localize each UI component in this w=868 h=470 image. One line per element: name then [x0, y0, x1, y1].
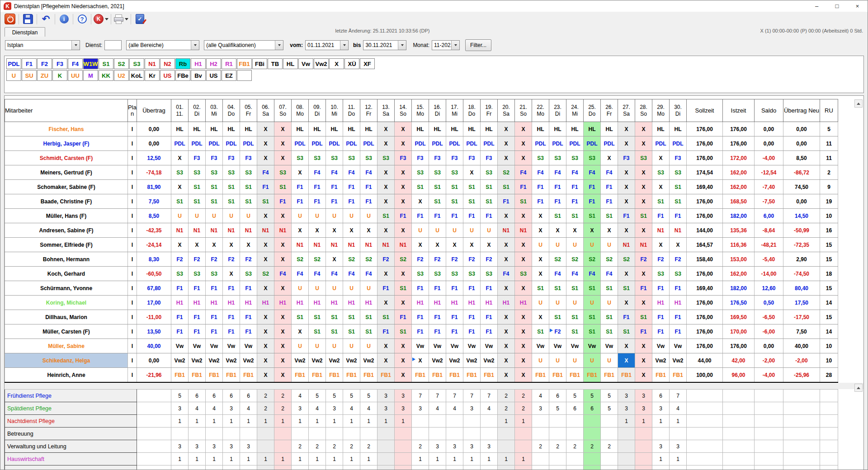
shift-cell[interactable]: U [412, 223, 429, 238]
shift-cell[interactable]: FB1 [171, 368, 189, 383]
shift-cell[interactable]: S1 [566, 324, 584, 339]
shift-cell[interactable]: PDL [309, 136, 326, 151]
shift-cell[interactable]: X [377, 296, 395, 310]
shift-cell[interactable]: S3 [206, 267, 223, 281]
shift-cell[interactable]: F1 [223, 281, 240, 296]
shift-cell[interactable]: U [343, 209, 360, 223]
shift-cell[interactable]: S3 [446, 165, 463, 180]
shift-cell[interactable]: FB1 [360, 368, 377, 383]
shift-cell[interactable]: X [274, 339, 292, 353]
bis-date-select[interactable]: 30.11.2021 [363, 40, 406, 50]
shift-cell[interactable]: X [377, 223, 395, 238]
shift-cell[interactable]: U [549, 238, 566, 252]
legend-code-UU[interactable]: UU [68, 70, 83, 81]
shift-cell[interactable]: N1 [171, 223, 189, 238]
employee-name-cell[interactable]: Meiners, Gertrud (F) [5, 165, 128, 180]
shift-cell[interactable]: F2 [481, 252, 498, 267]
shift-cell[interactable]: F1 [584, 194, 601, 209]
shift-cell[interactable]: F1 [549, 180, 566, 194]
shift-cell[interactable]: F4 [292, 267, 309, 281]
shift-cell[interactable]: F4 [498, 267, 515, 281]
shift-cell[interactable]: F1 [189, 324, 206, 339]
shift-cell[interactable]: X [618, 180, 635, 194]
shift-cell[interactable]: F4 [584, 267, 601, 281]
shift-cell[interactable]: HL [189, 122, 206, 136]
shift-cell[interactable]: PDL [292, 136, 309, 151]
legend-code-F3[interactable]: F3 [52, 58, 67, 69]
shift-cell[interactable]: X [515, 136, 532, 151]
shift-cell[interactable]: X [618, 339, 635, 353]
shift-cell[interactable]: S1 [498, 180, 515, 194]
shift-cell[interactable]: S3 [274, 165, 292, 180]
shift-cell[interactable]: X [498, 324, 515, 339]
shift-cell[interactable]: X [189, 238, 206, 252]
shift-cell[interactable]: PDL [652, 136, 670, 151]
shift-cell[interactable]: S1 [566, 209, 584, 223]
shift-cell[interactable]: X [498, 339, 515, 353]
shift-cell[interactable]: F3 [670, 151, 687, 165]
shift-cell[interactable]: X [377, 353, 395, 368]
shift-cell[interactable]: S1 [429, 180, 446, 194]
shift-cell[interactable]: FB1 [670, 368, 687, 383]
shift-cell[interactable]: F1 [171, 324, 189, 339]
shift-cell[interactable]: Vw [240, 339, 257, 353]
shift-cell[interactable]: F1 [652, 281, 670, 296]
shift-cell[interactable]: FB1 [446, 368, 463, 383]
shift-cell[interactable]: F1 [240, 281, 257, 296]
employee-name-cell[interactable]: Fischer, Hans [5, 122, 128, 136]
shift-cell[interactable]: X [412, 238, 429, 252]
day-header-09.[interactable]: 09.Di [309, 99, 326, 122]
shift-cell[interactable]: F4 [326, 165, 343, 180]
shift-cell[interactable]: F4 [274, 267, 292, 281]
shift-cell[interactable]: X [395, 122, 412, 136]
shift-cell[interactable]: Vw2 [206, 353, 223, 368]
legend-code-HL[interactable]: HL [283, 58, 298, 69]
shift-cell[interactable]: FB1 [463, 368, 481, 383]
shift-cell[interactable]: N1 [326, 238, 343, 252]
shift-cell[interactable]: S3 [481, 267, 498, 281]
employee-name-cell[interactable]: Bohnen, Hermann [5, 252, 128, 267]
legend-code-F1[interactable]: F1 [22, 58, 37, 69]
shift-cell[interactable]: U [343, 339, 360, 353]
shift-cell[interactable]: S1 [377, 310, 395, 324]
shift-cell[interactable]: F4 [566, 165, 584, 180]
shift-cell[interactable]: X [463, 165, 481, 180]
scroll-up-button-summary[interactable] [854, 384, 863, 392]
shift-cell[interactable]: F1 [584, 180, 601, 194]
shift-cell[interactable]: S1 [446, 194, 463, 209]
shift-cell[interactable]: X [515, 353, 532, 368]
minimize-button[interactable]: – [807, 0, 827, 12]
shift-cell[interactable]: X [274, 238, 292, 252]
shift-cell[interactable]: S1 [584, 281, 601, 296]
shift-cell[interactable]: X [635, 194, 652, 209]
shift-cell[interactable]: S3 [481, 165, 498, 180]
shift-cell[interactable]: F3 [446, 151, 463, 165]
shift-cell[interactable]: X [618, 296, 635, 310]
shift-cell[interactable]: X [412, 194, 429, 209]
shift-cell[interactable]: Vw2 [309, 353, 326, 368]
shift-cell[interactable]: S1 [601, 310, 618, 324]
shift-cell[interactable]: FB1 [549, 368, 566, 383]
employee-name-cell[interactable]: Koch, Gerhard [5, 267, 128, 281]
legend-code-H2[interactable]: H2 [206, 58, 221, 69]
shift-cell[interactable]: S1 [601, 324, 618, 339]
employee-name-cell[interactable]: Schmidt, Carsten (F) [5, 151, 128, 165]
shift-cell[interactable]: F2 [412, 252, 429, 267]
shift-cell[interactable]: S3 [223, 165, 240, 180]
day-header-21.[interactable]: 21.So [515, 99, 532, 122]
save-button[interactable] [21, 13, 34, 25]
shift-cell[interactable]: S3 [171, 165, 189, 180]
shift-cell[interactable]: X [532, 209, 549, 223]
shift-cell[interactable]: F1 [377, 324, 395, 339]
shift-cell[interactable]: X [515, 252, 532, 267]
shift-cell[interactable]: X [429, 238, 446, 252]
shift-cell[interactable]: S3 [189, 165, 206, 180]
shift-cell[interactable]: U [601, 296, 618, 310]
shift-cell[interactable]: U [549, 296, 566, 310]
shift-cell[interactable]: X [171, 180, 189, 194]
shift-cell[interactable]: FB1 [309, 368, 326, 383]
legend-code-M[interactable]: M [83, 70, 98, 81]
shift-cell[interactable]: U [171, 209, 189, 223]
shift-cell[interactable]: X [652, 151, 670, 165]
shift-cell[interactable]: S3 [429, 267, 446, 281]
